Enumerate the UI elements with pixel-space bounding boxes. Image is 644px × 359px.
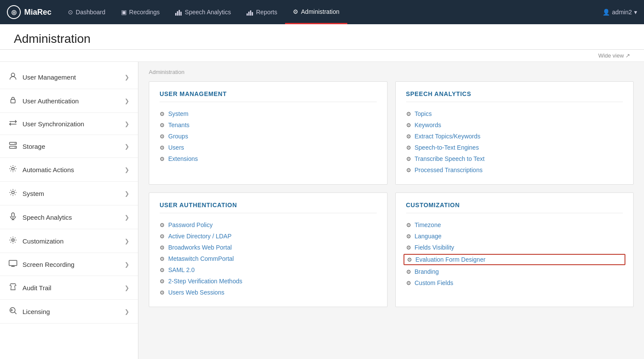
nav-items: ⊙ Dashboard ▣ Recordings Speech Analytic… xyxy=(60,0,602,24)
logo-link[interactable]: ◎ MiaRec xyxy=(7,5,51,19)
audit-trail-icon xyxy=(9,283,17,292)
speech-analytics-icon xyxy=(175,9,182,16)
sidebar-item-user-management[interactable]: User Management ❯ xyxy=(0,65,138,89)
card-customization: CUSTOMIZATION ⚙ Timezone ⚙ Language ⚙ Fi… xyxy=(395,192,634,307)
link-users[interactable]: ⚙ Users xyxy=(160,142,377,153)
link-extract-topics[interactable]: ⚙ Extract Topics/Keywords xyxy=(406,131,623,142)
sidebar-item-screen-recording[interactable]: Screen Recording ❯ xyxy=(0,253,138,276)
licensing-icon xyxy=(9,307,17,316)
gear-icon: ⚙ xyxy=(160,278,165,285)
sidebar-item-system[interactable]: System ❯ xyxy=(0,182,138,205)
gear-icon: ⚙ xyxy=(160,289,165,296)
svg-rect-2 xyxy=(179,10,180,16)
gear-icon: ⚙ xyxy=(406,280,411,286)
link-branding[interactable]: ⚙ Branding xyxy=(406,266,623,277)
gear-icon: ⚙ xyxy=(406,269,411,275)
sidebar-item-user-authentication[interactable]: User Authentication ❯ xyxy=(0,89,138,113)
logo-icon: ◎ xyxy=(7,5,21,19)
svg-rect-0 xyxy=(175,13,176,16)
user-dropdown-icon: ▾ xyxy=(634,9,637,16)
link-metaswitch[interactable]: ⚙ Metaswitch CommPortal xyxy=(160,253,377,264)
gear-icon: ⚙ xyxy=(407,256,412,263)
recordings-icon: ▣ xyxy=(121,9,127,16)
chevron-icon: ❯ xyxy=(125,143,129,150)
gear-icon: ⚙ xyxy=(406,156,411,162)
svg-rect-6 xyxy=(250,10,251,16)
link-speech-to-text-engines[interactable]: ⚙ Speech-to-Text Engines xyxy=(406,142,623,153)
user-menu[interactable]: 👤 admin2 ▾ xyxy=(602,9,637,16)
breadcrumb: Administration xyxy=(149,69,634,75)
nav-item-dashboard[interactable]: ⊙ Dashboard xyxy=(60,0,113,24)
logo-text: MiaRec xyxy=(24,8,51,17)
sidebar-item-user-synchronization[interactable]: User Synchronization ❯ xyxy=(0,113,138,135)
cards-grid: USER MANAGEMENT ⚙ System ⚙ Tenants ⚙ Gro… xyxy=(149,81,634,307)
card-user-authentication: USER AUTHENTICATION ⚙ Password Policy ⚙ … xyxy=(149,192,388,307)
wide-view-button[interactable]: Wide view ↗ xyxy=(0,50,644,62)
svg-point-15 xyxy=(12,191,14,194)
svg-rect-1 xyxy=(177,11,178,16)
link-broadworks[interactable]: ⚙ Broadworks Web Portal xyxy=(160,242,377,253)
card-title-user-authentication: USER AUTHENTICATION xyxy=(160,202,377,213)
chevron-icon: ❯ xyxy=(125,308,129,315)
link-password-policy[interactable]: ⚙ Password Policy xyxy=(160,219,377,231)
nav-item-speech-analytics[interactable]: Speech Analytics xyxy=(167,0,239,24)
link-custom-fields[interactable]: ⚙ Custom Fields xyxy=(406,277,623,288)
chevron-icon: ❯ xyxy=(125,167,129,173)
svg-rect-21 xyxy=(9,260,17,266)
page-title: Administration xyxy=(14,32,630,46)
card-title-customization: CUSTOMIZATION xyxy=(406,202,623,213)
sidebar-item-storage[interactable]: Storage ❯ xyxy=(0,135,138,158)
link-system[interactable]: ⚙ System xyxy=(160,108,377,119)
card-user-management: USER MANAGEMENT ⚙ System ⚙ Tenants ⚙ Gro… xyxy=(149,81,388,185)
sidebar-item-customization[interactable]: Customization ❯ xyxy=(0,229,138,253)
speech-analytics-sidebar-icon xyxy=(9,212,17,222)
chevron-icon: ❯ xyxy=(125,214,129,221)
sidebar-item-licensing[interactable]: Licensing ❯ xyxy=(0,300,138,324)
gear-icon: ⚙ xyxy=(160,267,165,273)
link-tenants[interactable]: ⚙ Tenants xyxy=(160,119,377,131)
card-speech-analytics: SPEECH ANALYTICS ⚙ Topics ⚙ Keywords ⚙ E… xyxy=(395,81,634,185)
link-evaluation-form-designer[interactable]: ⚙ Evaluation Form Designer xyxy=(404,254,626,265)
svg-point-12 xyxy=(15,143,16,144)
system-icon xyxy=(9,189,17,198)
nav-item-recordings[interactable]: ▣ Recordings xyxy=(113,0,168,24)
svg-rect-4 xyxy=(247,13,248,16)
content-area: Administration USER MANAGEMENT ⚙ System … xyxy=(138,62,644,359)
chevron-icon: ❯ xyxy=(125,285,129,291)
link-fields-visibility[interactable]: ⚙ Fields Visibility xyxy=(406,242,623,253)
link-keywords[interactable]: ⚙ Keywords xyxy=(406,119,623,131)
sidebar-item-speech-analytics[interactable]: Speech Analytics ❯ xyxy=(0,205,138,229)
chevron-icon: ❯ xyxy=(125,98,129,104)
gear-icon: ⚙ xyxy=(160,133,165,140)
nav-item-administration[interactable]: ⚙ Administration xyxy=(285,0,347,24)
link-active-directory[interactable]: ⚙ Active Directory / LDAP xyxy=(160,231,377,242)
sidebar-item-audit-trail[interactable]: Audit Trail ❯ xyxy=(0,276,138,300)
link-2step[interactable]: ⚙ 2-Step Verification Methods xyxy=(160,276,377,287)
link-timezone[interactable]: ⚙ Timezone xyxy=(406,219,623,231)
user-authentication-icon xyxy=(9,96,17,106)
link-language[interactable]: ⚙ Language xyxy=(406,231,623,242)
gear-icon: ⚙ xyxy=(160,256,165,262)
link-processed-transcriptions[interactable]: ⚙ Processed Transcriptions xyxy=(406,164,623,176)
link-transcribe[interactable]: ⚙ Transcribe Speech to Text xyxy=(406,153,623,164)
card-title-user-management: USER MANAGEMENT xyxy=(160,90,377,102)
sidebar-item-automatic-actions[interactable]: Automatic Actions ❯ xyxy=(0,158,138,182)
gear-icon: ⚙ xyxy=(160,122,165,128)
chevron-icon: ❯ xyxy=(125,121,129,127)
gear-icon: ⚙ xyxy=(160,156,165,162)
svg-point-20 xyxy=(13,240,13,240)
chevron-icon: ❯ xyxy=(125,261,129,268)
chevron-icon: ❯ xyxy=(125,190,129,197)
gear-icon: ⚙ xyxy=(406,233,411,240)
link-groups[interactable]: ⚙ Groups xyxy=(160,131,377,142)
card-title-speech-analytics: SPEECH ANALYTICS xyxy=(406,90,623,102)
user-synchronization-icon xyxy=(9,120,17,128)
gear-icon: ⚙ xyxy=(406,144,411,151)
link-users-web-sessions[interactable]: ⚙ Users Web Sessions xyxy=(160,287,377,298)
customization-icon xyxy=(9,236,17,246)
link-extensions[interactable]: ⚙ Extensions xyxy=(160,153,377,164)
link-topics[interactable]: ⚙ Topics xyxy=(406,108,623,119)
main-layout: User Management ❯ User Authentication ❯ xyxy=(0,62,644,359)
nav-item-reports[interactable]: Reports xyxy=(239,0,285,24)
link-saml[interactable]: ⚙ SAML 2.0 xyxy=(160,264,377,276)
